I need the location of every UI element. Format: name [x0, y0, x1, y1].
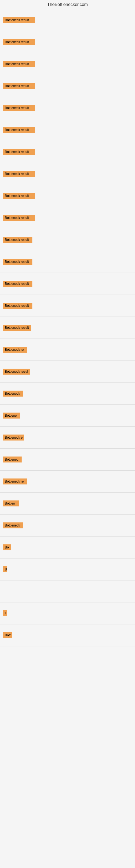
bottleneck-result-label[interactable]: Bottleneck result: [3, 61, 35, 67]
list-item: Bottleneck result: [0, 75, 135, 97]
site-title-container: TheBottlenecker.com: [0, 0, 135, 9]
list-item: Bottleneck result: [0, 207, 135, 229]
bottleneck-result-label[interactable]: Bottlen: [3, 500, 19, 506]
list-item: Bottleneck resul: [0, 361, 135, 382]
bottleneck-result-label[interactable]: Bo: [3, 545, 11, 550]
bottleneck-result-label[interactable]: Bottleneck e: [3, 435, 24, 440]
bottleneck-result-label[interactable]: Bottleneck result: [3, 193, 35, 199]
list-item: I: [0, 602, 135, 624]
bottleneck-result-label[interactable]: Bottleneck result: [3, 39, 35, 45]
bottleneck-result-label[interactable]: Bottleneck result: [3, 303, 32, 309]
list-item: [0, 778, 135, 800]
list-item: Bott: [0, 624, 135, 646]
bottleneck-result-label[interactable]: Bottlenec: [3, 457, 21, 463]
list-item: [0, 734, 135, 756]
list-item: Bottleneck result: [0, 185, 135, 207]
list-item: [0, 690, 135, 712]
bottleneck-result-label[interactable]: B: [3, 566, 7, 572]
list-item: Bottleneck re: [0, 471, 135, 492]
bottleneck-result-label[interactable]: Bottleneck result: [3, 127, 35, 133]
list-item: Bottleneck result: [0, 31, 135, 53]
bottleneck-result-label[interactable]: Bottleneck re: [3, 347, 27, 352]
bottleneck-result-label[interactable]: Bottleneck result: [3, 215, 35, 221]
list-item: [0, 646, 135, 668]
bottleneck-result-label[interactable]: Bottleneck result: [3, 83, 35, 89]
list-item: Bottleneck result: [0, 317, 135, 339]
list-item: Bottleneck result: [0, 9, 135, 31]
list-item: Bottleneck result: [0, 119, 135, 141]
bottleneck-result-label[interactable]: I: [3, 610, 7, 616]
list-item: [0, 669, 135, 690]
bottleneck-result-label[interactable]: Bottlene: [3, 412, 20, 418]
list-item: Bottleneck e: [0, 427, 135, 448]
list-item: Bottleneck result: [0, 53, 135, 75]
list-item: Bottlen: [0, 493, 135, 514]
list-item: Bottleneck re: [0, 339, 135, 361]
list-item: [0, 712, 135, 734]
list-item: Bottleneck result: [0, 163, 135, 185]
bottleneck-result-label[interactable]: Bottleneck resul: [3, 369, 30, 375]
list-item: [0, 581, 135, 602]
bottleneck-result-label[interactable]: Bottleneck result: [3, 325, 31, 331]
bottleneck-result-label[interactable]: Bottleneck result: [3, 237, 32, 243]
list-item: Bottleneck: [0, 515, 135, 536]
bottleneck-result-label[interactable]: Bottleneck result: [3, 105, 35, 111]
list-item: Bottlenec: [0, 448, 135, 470]
list-item: Bottleneck: [0, 383, 135, 404]
list-item: [0, 756, 135, 778]
bottleneck-list: Bottleneck resultBottleneck resultBottle…: [0, 9, 135, 822]
list-item: Bottleneck result: [0, 251, 135, 273]
list-item: Bottlene: [0, 405, 135, 426]
bottleneck-result-label[interactable]: Bottleneck: [3, 522, 23, 528]
list-item: Bottleneck result: [0, 273, 135, 294]
list-item: [0, 800, 135, 822]
bottleneck-result-label[interactable]: Bottleneck result: [3, 149, 35, 155]
list-item: Bo: [0, 536, 135, 558]
bottleneck-result-label[interactable]: Bottleneck result: [3, 17, 35, 23]
list-item: Bottleneck result: [0, 229, 135, 251]
bottleneck-result-label[interactable]: Bottleneck re: [3, 478, 27, 485]
bottleneck-result-label[interactable]: Bottleneck result: [3, 281, 32, 287]
bottleneck-result-label[interactable]: Bottleneck result: [3, 171, 35, 177]
list-item: Bottleneck result: [0, 141, 135, 163]
list-item: Bottleneck result: [0, 97, 135, 119]
bottleneck-result-label[interactable]: Bott: [3, 632, 12, 638]
site-title: TheBottlenecker.com: [0, 0, 135, 9]
list-item: B: [0, 558, 135, 580]
bottleneck-result-label[interactable]: Bottleneck result: [3, 259, 32, 265]
bottleneck-result-label[interactable]: Bottleneck: [3, 391, 23, 397]
list-item: Bottleneck result: [0, 295, 135, 316]
